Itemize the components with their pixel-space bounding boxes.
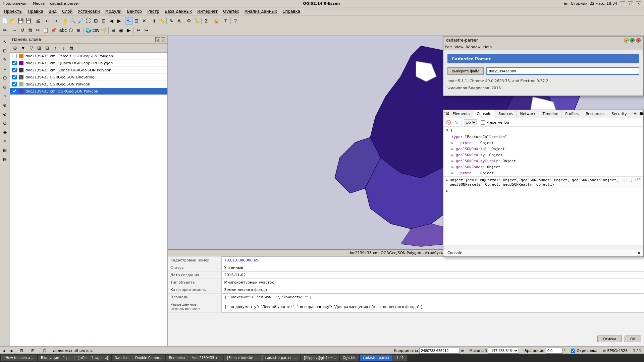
layer-checkbox-2[interactable] (12, 61, 17, 65)
cad-menu-view[interactable]: View (454, 45, 463, 49)
measure-btn[interactable]: 📏 (158, 17, 165, 24)
console-expand-indicator[interactable]: ▶ (443, 188, 643, 194)
abc-btn[interactable]: abc (59, 26, 67, 34)
annotate-btn[interactable]: ✎ (168, 17, 175, 24)
delete-btn[interactable]: 🗑 (26, 26, 34, 34)
menu-internet[interactable]: Интернет (195, 8, 220, 14)
taskbar-item-10[interactable]: [filippov@gis1: ~... (301, 355, 339, 361)
expand-proto1[interactable]: ▶ (451, 141, 454, 145)
help-btn[interactable]: ? (232, 17, 239, 24)
menu-edit[interactable]: Правка (25, 8, 46, 14)
coords-input[interactable] (419, 348, 460, 354)
pan-next-btn[interactable]: ▶ (11, 349, 13, 353)
left-tool-4[interactable]: ≡ (1, 64, 9, 73)
lock-btn[interactable]: 🔒 (212, 17, 220, 24)
layer-remove-btn[interactable]: 🗑 (68, 44, 75, 52)
tab-security[interactable]: Security (608, 110, 630, 118)
attr-value[interactable]: Многоконтурный участок (221, 279, 644, 286)
add-layer-btn[interactable]: ⊕ (11, 44, 19, 52)
devtools-console[interactable]: ▼ { type: "FeatureCollection" ▶ __proto_… (443, 127, 643, 245)
layer-checkbox-6[interactable] (12, 89, 17, 94)
layer-checkbox-3[interactable] (12, 68, 17, 72)
taskbar-item-12[interactable]: cadastre-parser (360, 355, 392, 361)
attr-value[interactable]: 2015-11-02 (221, 272, 644, 279)
zoom-selection-btn[interactable]: ⊞ (92, 17, 100, 24)
menu-vector[interactable]: Вектор (124, 8, 145, 14)
layer-collapse-btn[interactable]: ⊟ (44, 44, 51, 52)
undo2-btn[interactable]: ↩ (135, 26, 142, 34)
taskbar-item-1[interactable]: [How to open a ... (1, 355, 37, 361)
menu-database[interactable]: База данных (162, 8, 195, 14)
expand-zones[interactable]: ▶ (451, 165, 454, 169)
node-btn[interactable]: ⬡ (67, 26, 74, 34)
attr-value[interactable]: { "Значение": 0, "ед.изм": "", "Точность… (221, 294, 644, 301)
menu-settings[interactable]: Установки (75, 8, 103, 14)
identify-btn[interactable]: ℹ (150, 17, 158, 24)
open-btn[interactable]: 📂 (9, 17, 16, 24)
taskbar-item-11[interactable]: Qgis.bin (340, 355, 360, 361)
choose-file-button[interactable]: Выберите файл (447, 67, 484, 75)
layer-move-down-btn[interactable]: ↓ (60, 44, 67, 52)
left-tool-14[interactable]: ⊟ (1, 155, 9, 164)
h-scrollbar[interactable] (443, 245, 643, 249)
tab-console[interactable]: Console (473, 110, 495, 118)
left-tool-10[interactable]: ⊙ (1, 119, 9, 127)
left-tool-9[interactable]: ⊘ (1, 110, 9, 118)
apps-menu[interactable]: Приложения (3, 1, 28, 6)
attr-value[interactable]: Учтенный (221, 264, 644, 272)
undo-btn[interactable]: ↩ (44, 17, 51, 24)
nav-btn[interactable]: ◉ (117, 26, 125, 34)
tab-timeline[interactable]: Timeline (539, 110, 562, 118)
left-tool-5[interactable]: ⬡ (1, 73, 9, 82)
crs-field[interactable]: ⊕ EPSG:4326 (603, 349, 628, 353)
layer-checkbox-1[interactable] (12, 54, 17, 58)
tab-network[interactable]: Network (517, 110, 539, 118)
zoom-in-btn[interactable]: 🔍 (69, 17, 76, 24)
sum-btn[interactable]: Σ (203, 17, 210, 24)
rotation-input[interactable] (546, 348, 562, 354)
grass-btn[interactable]: 🌱 (100, 26, 107, 34)
taskbar-item-13[interactable]: 1 / 1 (393, 355, 407, 361)
plugins-btn[interactable]: ⚙ (185, 17, 193, 24)
cad-menu-edit[interactable]: Edit (445, 45, 452, 49)
zoom-next-btn[interactable]: ▶ (115, 17, 123, 24)
select-rect-btn[interactable]: ⊡ (133, 17, 140, 24)
layer-item[interactable]: doc2139433 OGRGeoJSON Polygon (10, 81, 167, 88)
preserve-log-checkbox[interactable] (481, 120, 485, 125)
console-item-proto2[interactable]: ▶ __proto__: Object (443, 170, 643, 176)
move-btn[interactable]: ↔ (11, 26, 18, 34)
menu-help[interactable]: Справка (280, 8, 303, 14)
places-menu[interactable]: Места (33, 1, 45, 6)
expand-realty[interactable]: ▶ (451, 153, 454, 157)
snap-btn[interactable]: ⊞ (110, 26, 117, 34)
minimize-win-btn[interactable]: − (624, 38, 629, 43)
redo2-btn[interactable]: ↪ (143, 26, 150, 34)
rendering-checkbox[interactable] (571, 349, 575, 353)
cad-menu-window[interactable]: Window (466, 45, 480, 49)
file-input[interactable] (486, 67, 639, 75)
paste-btn[interactable]: 📌 (50, 26, 57, 34)
expand-proto2[interactable]: ▶ (451, 171, 454, 175)
menu-analysis[interactable]: Анализ данных (242, 8, 280, 14)
taskbar-item-4[interactable]: Nautilus (112, 355, 131, 361)
digitize-btn[interactable]: ✏ (1, 26, 9, 34)
menu-qvertex[interactable]: QVertex (220, 8, 242, 14)
devtools-inspect-btn[interactable]: ⊡ (446, 110, 449, 116)
clear-console-btn[interactable]: 🚫 (445, 119, 451, 125)
left-tool-2[interactable]: ⊡ (1, 46, 9, 55)
left-tool-6[interactable]: ⊕ (1, 82, 9, 91)
layer-filter2-btn[interactable]: ▽ (28, 44, 35, 52)
taskbar-item-9[interactable]: cadastre-parser -... (262, 355, 300, 361)
redo-btn[interactable]: ↪ (52, 17, 59, 24)
save-as-btn[interactable]: 💾 (24, 17, 32, 24)
console-item-zones[interactable]: ▶ geoJSONZones: Object (443, 164, 643, 170)
console-close-btn[interactable]: × (637, 251, 641, 255)
console-tab-btn[interactable]: Console (446, 250, 464, 256)
left-tool-11[interactable]: ◈ (1, 128, 9, 136)
pan-prev-btn[interactable]: ◀ (3, 349, 5, 353)
save-btn[interactable]: 💾 (17, 17, 24, 24)
close-win-btn[interactable]: × (636, 38, 641, 43)
menu-view[interactable]: Вид (46, 8, 59, 14)
rotate-btn[interactable]: ↺ (19, 26, 26, 34)
select-btn[interactable]: ↖ (125, 17, 132, 24)
